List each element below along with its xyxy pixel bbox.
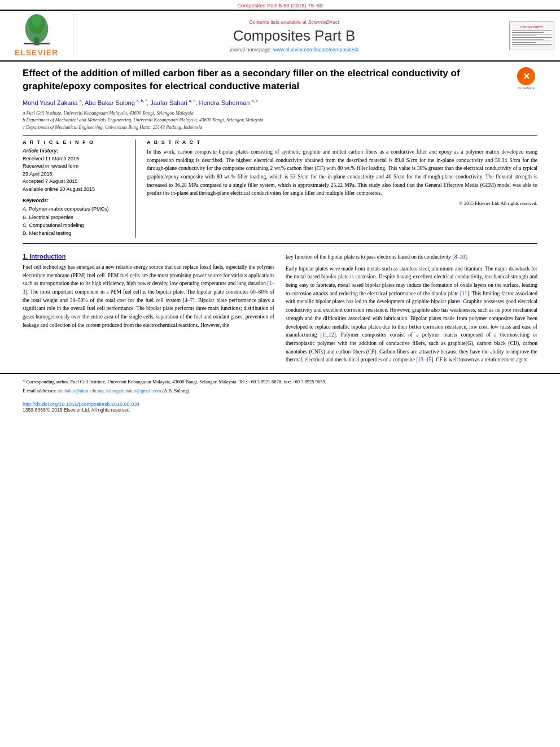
keywords-title: Keywords: (23, 198, 126, 203)
affiliations: a Fuel Cell Institute, Universiti Kebang… (23, 110, 537, 131)
science-direct-link[interactable]: ScienceDirect (308, 19, 340, 25)
intro-paragraph-3: Early bipolar plates were made from meta… (286, 265, 537, 365)
ref-11-12: [11,12] (321, 332, 336, 338)
article-body: Effect of the addition of milled carbon … (0, 62, 560, 253)
affiliation-a: a Fuel Cell Institute, Universiti Kebang… (23, 110, 537, 117)
crossmark-icon: ✕ (523, 71, 530, 82)
journal-thumbnail: composites (509, 21, 554, 50)
article-info-header: A R T I C L E I N F O (23, 139, 126, 145)
keyword-4: D. Mechanical testing (23, 229, 126, 237)
footnote-corresponding: * Corresponding author. Fuel Cell Instit… (23, 378, 537, 386)
citation-bar: Composites Part B 83 (2015) 75–80 (0, 0, 560, 10)
citation-text: Composites Part B 83 (2015) 75–80 (237, 2, 323, 8)
svg-rect-4 (23, 43, 49, 45)
author-sulong: Abu Bakar Sulong a, b, * (85, 99, 147, 106)
doi-link[interactable]: http://dx.doi.org/10.1016/j.compositesb.… (23, 401, 139, 407)
copyright-text: © 2015 Elsevier Ltd. All rights reserved… (147, 200, 537, 206)
article-title: Effect of the addition of milled carbon … (23, 67, 509, 93)
thumb-title: composites (520, 24, 543, 29)
thumb-preview (512, 30, 552, 47)
available-online: Available online 20 August 2015 (23, 186, 126, 194)
footnote-email: E-mail addresses: abubakar@ukm.edu.my, s… (23, 387, 537, 395)
section1-title: 1. Introduction (23, 253, 274, 260)
journal-title: Composites Part B (79, 27, 509, 45)
accepted-date: Accepted 7 August 2015 (23, 178, 126, 186)
journal-homepage: journal homepage: www.elsevier.com/locat… (79, 47, 509, 53)
left-col: 1. Introduction Fuel cell technology has… (23, 253, 274, 368)
crossmark-circle: ✕ (517, 67, 535, 85)
keyword-1: A. Polymer-matrix composites (PMCs) (23, 205, 126, 213)
divider-bottom (23, 243, 537, 244)
keyword-3: C. Computational modeling (23, 221, 126, 229)
ref-13-15: [13–15] (416, 357, 433, 362)
affiliation-b: b Department of Mechanical and Materials… (23, 116, 537, 124)
elsevier-tree-icon (14, 14, 59, 48)
journal-header: ELSEVIER Contents lists available at Sci… (0, 10, 560, 62)
science-direct-text: Contents lists available at ScienceDirec… (79, 19, 509, 25)
journal-homepage-link[interactable]: www.elsevier.com/locate/compositesb (273, 47, 358, 53)
email-link-2[interactable]: sulongabubakar@gmail.com (106, 388, 161, 394)
journal-center: Contents lists available at ScienceDirec… (79, 19, 509, 53)
author-sahari: Jaafar Sahari a, b (150, 99, 195, 106)
keywords-section: Keywords: A. Polymer-matrix composites (… (23, 198, 126, 238)
received-revised-date: 29 April 2015 (23, 171, 126, 178)
article-info-col: A R T I C L E I N F O Article history: R… (23, 139, 135, 238)
ref-4-7: [4–7] (183, 298, 195, 303)
footnote-section: * Corresponding author. Fuel Cell Instit… (0, 373, 560, 399)
elsevier-brand-text: ELSEVIER (15, 48, 58, 57)
intro-paragraph-1: Fuel cell technology has emerged as a ne… (23, 263, 274, 330)
email-link-1[interactable]: abubakar@ukm.edu.my (58, 388, 103, 394)
bottom-links: http://dx.doi.org/10.1016/j.compositesb.… (0, 399, 560, 415)
divider-top (23, 136, 537, 136)
ref-11: [11] (460, 291, 469, 296)
elsevier-logo: ELSEVIER (6, 14, 73, 57)
main-content: 1. Introduction Fuel cell technology has… (0, 253, 560, 368)
keyword-2: B. Electrical properties (23, 213, 126, 221)
received-revised-label: Received in revised form (23, 163, 126, 171)
abstract-text: In this work, carbon composite bipolar p… (147, 148, 537, 198)
intro-paragraph-2: key function of the bipolar plate is to … (286, 253, 537, 261)
author-suherman: Hendra Suherman a, c (199, 99, 258, 106)
abstract-header: A B S T R A C T (147, 139, 537, 145)
abstract-col: A B S T R A C T In this work, carbon com… (147, 139, 537, 238)
svg-point-3 (31, 15, 41, 27)
authors-line: Mohd Yusuf Zakaria a, Abu Bakar Sulong a… (23, 99, 537, 106)
ref-8-10: [8–10] (453, 254, 467, 260)
info-abstract-section: A R T I C L E I N F O Article history: R… (23, 139, 537, 238)
affiliation-c: c Department of Mechanical Engineering, … (23, 124, 537, 131)
issn-text: 1359-8368/© 2015 Elsevier Ltd. All right… (23, 407, 537, 413)
history-title: Article history: (23, 148, 126, 154)
right-col: key function of the bipolar plate is to … (286, 253, 537, 368)
received-date: Received 11 March 2015 (23, 155, 126, 163)
email-end: (A.B. Sulong). (162, 388, 190, 394)
author-zakaria: Mohd Yusuf Zakaria a (23, 99, 82, 106)
crossmark-badge[interactable]: ✕ CrossMark (515, 67, 537, 90)
article-title-section: Effect of the addition of milled carbon … (23, 67, 537, 93)
ref-1-3: [1–3] (23, 281, 274, 295)
crossmark-label: CrossMark (518, 86, 534, 90)
